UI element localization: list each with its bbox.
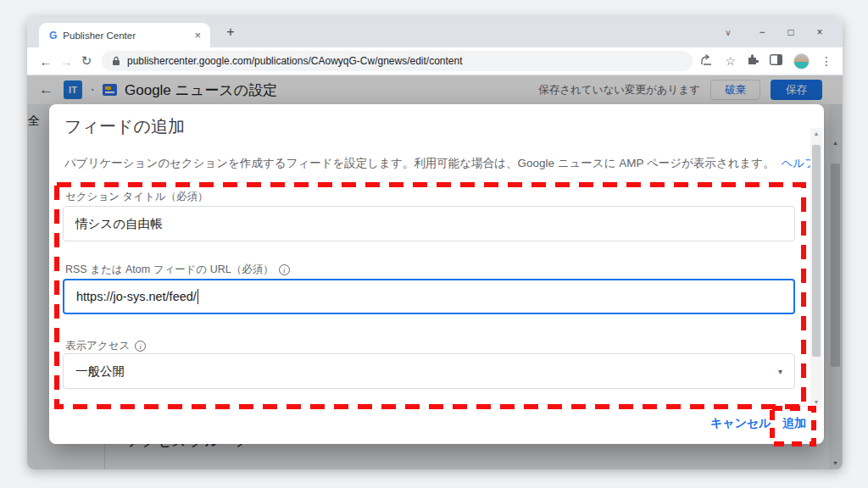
cancel-button[interactable]: キャンセル: [710, 416, 771, 431]
browser-window: G Publisher Center × + ∨ − □ × ← → ↻ pub…: [27, 17, 843, 469]
url-text: publishercenter.google.com/publications/…: [127, 55, 463, 67]
access-selected-value: 一般公開: [75, 363, 125, 380]
scroll-up-icon[interactable]: ▲: [829, 140, 842, 146]
browser-toolbar: ← → ↻ publishercenter.google.com/publica…: [27, 47, 843, 75]
toolbar-icons: ☆ ⋮: [701, 53, 832, 69]
scroll-up-icon[interactable]: ▲: [810, 130, 822, 136]
window-restore-icon[interactable]: ∨: [714, 28, 743, 37]
browser-menu-icon[interactable]: ⋮: [821, 54, 832, 68]
add-button[interactable]: 追加: [782, 416, 806, 431]
chevron-down-icon: ▾: [778, 367, 782, 376]
bookmark-star-icon[interactable]: ☆: [725, 54, 736, 68]
browser-titlebar: G Publisher Center × + ∨ − □ ×: [27, 17, 843, 47]
page-area: ← IT ・ Google ニュースの設定 保存されていない変更があります 破棄…: [27, 75, 843, 469]
profile-avatar[interactable]: [793, 53, 810, 69]
google-favicon-icon: G: [49, 30, 57, 42]
back-button[interactable]: ←: [36, 54, 56, 69]
text-cursor: [198, 289, 198, 304]
access-label-text: 表示アクセス: [65, 339, 130, 353]
info-icon[interactable]: i: [135, 341, 146, 352]
description-text: パブリケーションのセクションを作成するフィードを設定します。利用可能な場合は、G…: [64, 157, 775, 169]
lock-icon: [112, 56, 120, 66]
section-title-input[interactable]: 情シスの自由帳: [63, 206, 795, 241]
address-bar[interactable]: publishercenter.google.com/publications/…: [102, 51, 693, 71]
feed-url-label: RSS または Atom フィードの URL（必須） i: [65, 263, 290, 277]
section-title-value: 情シスの自由帳: [75, 216, 163, 232]
tab-close-icon[interactable]: ×: [192, 29, 203, 42]
dialog-title: フィードの追加: [64, 115, 185, 138]
page-scrollbar-thumb[interactable]: [831, 164, 840, 367]
forward-button[interactable]: →: [56, 54, 76, 69]
feed-url-value: https://jo-sys.net/feed/: [76, 290, 197, 303]
window-maximize-button[interactable]: □: [776, 26, 805, 38]
access-select[interactable]: 一般公開 ▾: [63, 353, 795, 389]
dialog-scrollbar[interactable]: ▲ ▼: [810, 128, 822, 408]
info-icon[interactable]: i: [279, 264, 290, 275]
access-label: 表示アクセス i: [65, 339, 146, 353]
feed-url-input[interactable]: https://jo-sys.net/feed/: [63, 279, 795, 314]
reload-button[interactable]: ↻: [76, 53, 97, 69]
extensions-icon[interactable]: [747, 53, 759, 69]
feed-url-label-text: RSS または Atom フィードの URL（必須）: [65, 263, 274, 277]
window-controls: ∨ − □ ×: [714, 17, 834, 47]
window-close-button[interactable]: ×: [805, 26, 834, 38]
section-title-label: セクション タイトル（必須）: [65, 190, 209, 204]
new-tab-button[interactable]: +: [220, 25, 241, 40]
tab-title: Publisher Center: [63, 30, 192, 41]
section-title-label-text: セクション タイトル（必須）: [65, 190, 209, 204]
share-icon[interactable]: [701, 53, 714, 69]
browser-tab[interactable]: G Publisher Center ×: [39, 23, 210, 47]
window-minimize-button[interactable]: −: [748, 26, 776, 38]
scroll-down-icon[interactable]: ▼: [810, 399, 822, 405]
add-feed-dialog: フィードの追加 パブリケーションのセクションを作成するフィードを設定します。利用…: [49, 104, 824, 444]
page-scrollbar[interactable]: ▲ ▼: [829, 104, 842, 469]
scroll-down-icon[interactable]: ▼: [829, 460, 842, 466]
dialog-description: パブリケーションのセクションを作成するフィードを設定します。利用可能な場合は、G…: [64, 156, 816, 171]
dialog-scrollbar-thumb[interactable]: [812, 145, 821, 357]
side-panel-icon[interactable]: [770, 53, 782, 69]
